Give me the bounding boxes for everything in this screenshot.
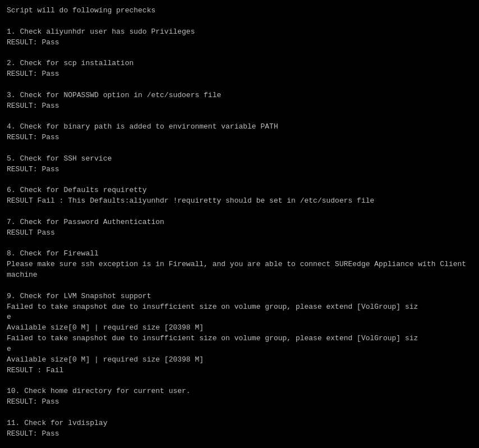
terminal-output: Script will do following prechecks 1. Ch… — [7, 6, 472, 448]
